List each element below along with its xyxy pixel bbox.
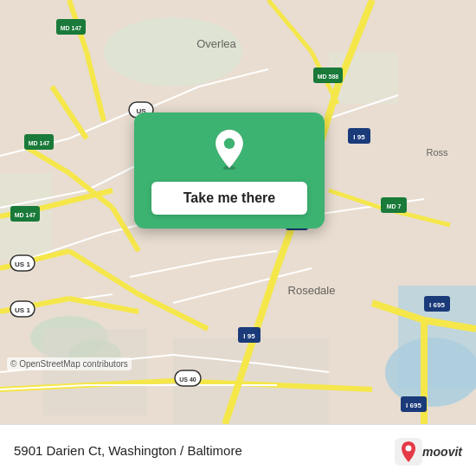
- svg-text:I 95: I 95: [353, 133, 365, 141]
- svg-text:US 40: US 40: [179, 376, 196, 383]
- moovit-text: moovit: [422, 445, 462, 459]
- take-me-there-button[interactable]: Take me there: [151, 182, 307, 215]
- location-card: Take me there: [134, 113, 325, 228]
- svg-point-96: [406, 446, 412, 452]
- svg-point-94: [224, 138, 235, 149]
- svg-text:I 95: I 95: [243, 332, 255, 340]
- bottom-bar: 5901 Darien Ct, Washington / Baltimore m…: [0, 424, 476, 476]
- moovit-icon: [395, 438, 422, 466]
- osm-credit: © OpenStreetMap contributors: [7, 357, 132, 370]
- location-pin-icon: [209, 128, 250, 170]
- svg-point-4: [385, 338, 476, 407]
- moovit-logo: moovit: [395, 438, 462, 466]
- svg-text:US 1: US 1: [15, 306, 30, 314]
- svg-text:I 695: I 695: [406, 402, 421, 409]
- address-text: 5901 Darien Ct, Washington / Baltimore: [14, 443, 242, 458]
- svg-text:MD 147: MD 147: [15, 212, 36, 218]
- svg-text:MD 588: MD 588: [318, 74, 339, 80]
- svg-text:Rosedale: Rosedale: [288, 284, 336, 297]
- svg-text:Ross: Ross: [426, 147, 448, 158]
- svg-text:MD 7: MD 7: [387, 203, 402, 209]
- svg-text:I 695: I 695: [429, 301, 445, 309]
- svg-text:MD 147: MD 147: [29, 140, 50, 146]
- svg-text:Overlea: Overlea: [196, 37, 236, 50]
- map-container: I 95 I 95 I 95 I 695 I 695 MD 147 MD 147…: [0, 0, 476, 424]
- svg-rect-8: [43, 329, 147, 415]
- svg-text:US 1: US 1: [15, 261, 30, 268]
- svg-point-5: [104, 17, 242, 87]
- svg-text:MD 147: MD 147: [61, 25, 82, 31]
